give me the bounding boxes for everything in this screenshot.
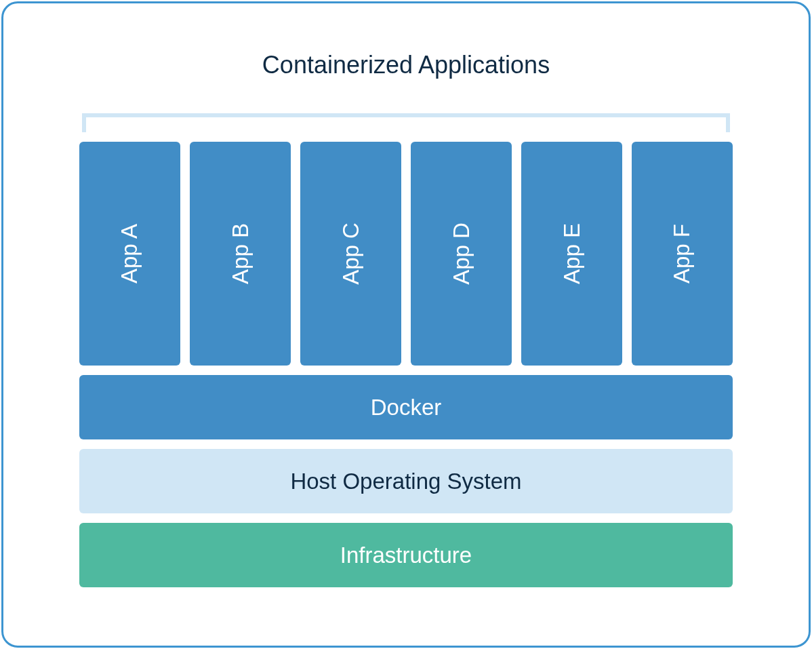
app-box-e: App E <box>521 142 622 366</box>
app-label: App F <box>669 224 695 283</box>
app-label: App D <box>449 222 474 285</box>
app-box-a: App A <box>79 142 180 366</box>
docker-layer: Docker <box>79 375 733 439</box>
apps-row: App A App B App C App D App E App F <box>79 142 733 366</box>
host-os-layer: Host Operating System <box>79 449 733 513</box>
app-box-c: App C <box>300 142 401 366</box>
app-label: App A <box>117 224 142 283</box>
app-label: App E <box>559 223 585 284</box>
diagram-title: Containerized Applications <box>79 51 733 79</box>
app-label: App B <box>228 223 253 284</box>
app-label: App C <box>338 222 364 285</box>
apps-bracket <box>82 113 730 132</box>
app-box-b: App B <box>190 142 291 366</box>
app-box-d: App D <box>411 142 512 366</box>
infrastructure-layer: Infrastructure <box>79 523 733 587</box>
diagram-frame: Containerized Applications App A App B A… <box>1 1 811 648</box>
app-box-f: App F <box>632 142 733 366</box>
